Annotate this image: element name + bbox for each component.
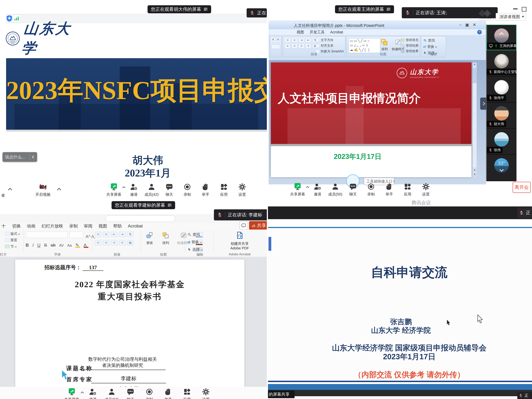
hamburger-menu-icon[interactable] — [167, 203, 172, 207]
align-right-button[interactable]: ≡ — [111, 240, 117, 245]
justify-button[interactable]: ≡ — [119, 240, 125, 245]
record-button[interactable]: 录制 — [178, 183, 196, 197]
chat-quick-bubble[interactable]: 说点什么... — [2, 152, 37, 162]
raise-hand-button[interactable]: 举手 — [159, 388, 177, 399]
replace-button[interactable]: ⇄替换 — [187, 240, 203, 245]
align-button[interactable]: ≡ — [292, 44, 298, 48]
help-icon[interactable]: ? — [477, 30, 482, 34]
share-screen-button[interactable]: 共享屏幕 — [289, 183, 306, 197]
members-button[interactable]: 成员(42) — [143, 183, 160, 197]
hamburger-menu-icon[interactable] — [386, 7, 391, 12]
layout-button[interactable]: 版式 — [5, 232, 20, 236]
find-button[interactable]: 查找 — [187, 232, 203, 237]
tab-record[interactable]: 录制 — [69, 223, 78, 229]
numbering-button[interactable]: ≡ — [292, 38, 298, 43]
char-spacing-button[interactable]: AV — [59, 243, 64, 247]
settings-button[interactable]: 设置 — [417, 183, 435, 197]
ppt-scrollbar[interactable]: ▲ ▲▼ — [473, 63, 477, 177]
watching-screen-pill[interactable]: 您正在观看王涛的屏幕 — [335, 5, 394, 13]
participant-tile-active[interactable]: 王涛的屏幕共享 — [487, 25, 516, 51]
participant-tile[interactable]: 张伟平 — [487, 77, 516, 102]
members-button[interactable]: 成员(50) — [326, 183, 344, 197]
invite-button[interactable]: 邀请 — [125, 183, 143, 197]
scroll-more-overlay[interactable] — [487, 166, 516, 173]
chat-button[interactable]: 聊天 — [160, 183, 178, 197]
align-button[interactable]: ≡ — [305, 44, 311, 48]
adobe-pdf-button[interactable]: 创建并共享 Adobe PDF — [224, 231, 255, 250]
indent-decrease-button[interactable]: ⇤ — [111, 232, 117, 237]
participant-tile[interactable]: 新闻中心王莹莹 — [487, 51, 516, 76]
settings-button[interactable]: 设置 — [196, 388, 215, 399]
tab-help[interactable]: 帮助 — [113, 223, 122, 229]
tab-view[interactable]: 视图 — [99, 223, 107, 229]
shield-icon[interactable] — [6, 15, 13, 22]
raise-hand-button[interactable]: 举手 — [196, 183, 215, 197]
font-size-select[interactable] — [70, 232, 83, 238]
strikethrough-button[interactable]: S — [44, 243, 47, 248]
participant-tile[interactable]: 张伟 — [487, 129, 516, 155]
tab-partial[interactable]: 十 — [1, 223, 6, 229]
ppt-minimize-button[interactable]: – — [459, 22, 462, 27]
members-button[interactable]: 成员(52) — [102, 388, 121, 399]
font-family-select[interactable] — [26, 232, 68, 238]
leave-meeting-button[interactable]: 离开会 — [513, 182, 531, 193]
raise-hand-button[interactable]: 举手 — [380, 183, 399, 197]
speaker-view-button[interactable]: 演讲者视图 — [496, 13, 526, 20]
tab-acrobat[interactable]: Acrobat — [128, 224, 143, 228]
columns-button[interactable]: ▤ — [127, 240, 133, 245]
font-color-button[interactable]: A — [84, 243, 89, 248]
ppt-search-pill[interactable] — [105, 215, 175, 222]
indent-button[interactable]: ⇥ — [298, 38, 304, 43]
network-signal-icon[interactable] — [13, 15, 20, 22]
chat-placeholder[interactable]: 说点什么... — [2, 154, 30, 160]
apps-button[interactable]: 应用 — [215, 183, 233, 197]
section-button[interactable]: 节 — [5, 244, 20, 249]
indent-increase-button[interactable]: ⇥ — [119, 232, 125, 237]
participant-tile[interactable]: 33° — [487, 155, 516, 181]
tab-slideshow[interactable]: 幻灯片放映 — [42, 223, 63, 229]
numbering-button[interactable]: ≡ — [103, 232, 109, 237]
apps-button[interactable]: 应用 — [177, 388, 196, 399]
ppt-close-button[interactable]: ✕ — [473, 22, 476, 27]
panel-expander-tab[interactable] — [480, 98, 486, 110]
collapse-chat-icon[interactable] — [30, 156, 37, 158]
scroll-down-button[interactable]: ▲▼ — [473, 167, 477, 177]
shapes-button[interactable]: 形状 — [143, 232, 156, 245]
share-button[interactable]: 共享 — [249, 221, 267, 230]
scroll-up-button[interactable]: ▲ — [473, 63, 477, 67]
text-direction-button[interactable]: 文字方向 — [316, 38, 344, 42]
window-minimize-button[interactable] — [513, 8, 518, 9]
align-left-button[interactable]: ≡ — [95, 240, 101, 245]
bullets-button[interactable]: ≡ — [285, 38, 291, 43]
watching-screen-pill[interactable]: 您正在观看李建标的屏幕 — [112, 201, 175, 209]
tab-acrobat[interactable]: Acrobat — [330, 30, 343, 34]
change-case-button[interactable]: Aa — [67, 243, 72, 247]
select-button[interactable]: 选择 — [187, 247, 203, 252]
tab-view[interactable]: 视图 — [297, 30, 304, 35]
apps-button[interactable]: 应用 — [399, 183, 417, 197]
start-video-button[interactable]: 开启视频 — [33, 183, 53, 197]
bold-button[interactable]: B — [26, 243, 29, 248]
record-button[interactable]: 录制 — [140, 388, 159, 399]
chat-button[interactable]: 聊天 — [344, 183, 362, 197]
settings-button[interactable]: 设置 — [233, 183, 251, 197]
shape-fill-button[interactable]: 形状填充 — [401, 38, 418, 42]
comment-button[interactable] — [239, 222, 248, 230]
bullets-button[interactable]: ≡ — [95, 232, 101, 237]
window-restore-button[interactable] — [522, 7, 526, 12]
align-button[interactable]: ≡ — [285, 44, 291, 48]
arrange-button[interactable]: 排列 — [159, 232, 172, 245]
ppt-restore-button[interactable]: ▣ — [465, 22, 469, 27]
line-spacing-button[interactable]: ⇅ — [127, 232, 133, 237]
share-screen-button[interactable]: 共享屏幕 — [62, 388, 81, 399]
scroll-thumb[interactable] — [473, 68, 477, 83]
align-text-button[interactable]: 对齐文本 — [316, 44, 344, 48]
tab-developer[interactable]: 开发工具 — [310, 30, 325, 35]
shape-outline-button[interactable]: 形状轮廓 — [401, 43, 418, 48]
replace-button[interactable]: ⇄替换 — [423, 44, 446, 49]
watching-screen-pill[interactable]: 您正在观看胡大伟的屏幕 — [147, 5, 211, 13]
chat-button[interactable]: 聊天 — [121, 388, 140, 399]
record-button[interactable]: 录制 — [362, 183, 380, 197]
reset-button[interactable]: 重置 — [5, 238, 20, 242]
invite-button[interactable]: 邀请 — [83, 388, 102, 399]
